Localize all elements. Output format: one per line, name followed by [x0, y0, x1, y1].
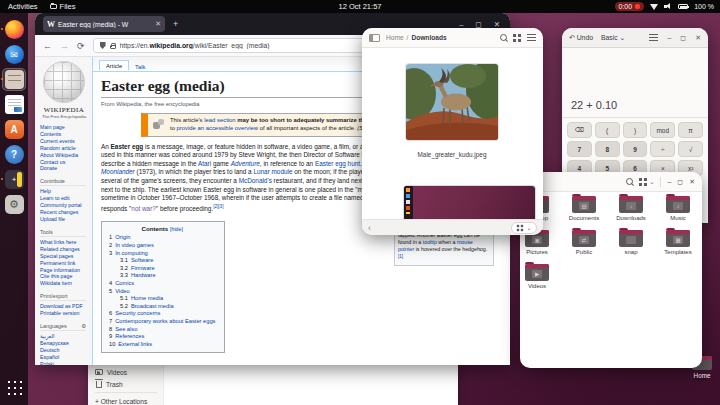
- toc-item[interactable]: 3.3Hardware: [109, 272, 215, 280]
- calc-key-√[interactable]: √: [678, 141, 703, 157]
- sidebar-item-trash[interactable]: Trash: [95, 378, 163, 390]
- sidebar-link[interactable]: Recent changes: [40, 209, 90, 216]
- sidebar-item-other-locations[interactable]: + Other Locations: [95, 395, 163, 405]
- minimize-icon[interactable]: –: [667, 178, 671, 185]
- sidebar-link[interactable]: Donate: [40, 165, 90, 172]
- browser-tab[interactable]: W Easter egg (media) - W ✕: [43, 16, 165, 32]
- calc-key-9[interactable]: 9: [623, 141, 648, 157]
- breadcrumb-home[interactable]: Home: [386, 34, 404, 41]
- calculator-display[interactable]: 22 + 0.10: [562, 48, 708, 118]
- sidebar-link[interactable]: Main page: [40, 124, 90, 131]
- sidebar-link[interactable]: Current events: [40, 138, 90, 145]
- toc-item[interactable]: 5.1Home media: [109, 295, 215, 303]
- wiki-link[interactable]: not war?: [131, 205, 156, 212]
- tab-article[interactable]: Article: [99, 60, 129, 71]
- menu-icon[interactable]: [527, 34, 536, 41]
- maximize-icon[interactable]: ◻: [680, 34, 686, 42]
- sidebar-link[interactable]: Contact us: [40, 159, 90, 166]
- activities-button[interactable]: Activities: [8, 2, 38, 11]
- toc-item[interactable]: 1Origin: [109, 234, 215, 242]
- clock[interactable]: 12 Oct 21:57: [339, 0, 382, 13]
- sidebar-link[interactable]: Contents: [40, 131, 90, 138]
- calc-key-7[interactable]: 7: [567, 141, 592, 157]
- toc-item[interactable]: 3In computing: [109, 250, 215, 258]
- sidebar-link[interactable]: العربية: [40, 333, 90, 340]
- calc-key-mod[interactable]: mod: [650, 122, 675, 138]
- calc-key-⌫[interactable]: ⌫: [567, 122, 592, 138]
- sidebar-link[interactable]: Cite this page: [40, 273, 90, 280]
- wifi-icon[interactable]: [650, 4, 658, 10]
- folder-public[interactable]: ⇄ Public: [562, 230, 606, 255]
- folder-snap[interactable]: snap: [609, 230, 653, 255]
- languages-gear-icon[interactable]: ⚙: [81, 323, 86, 329]
- sidebar-link[interactable]: Español: [40, 354, 90, 361]
- toc-item[interactable]: 9References: [109, 333, 215, 341]
- toc-item[interactable]: 5.2Broadcast media: [109, 303, 215, 311]
- battery-icon[interactable]: [678, 4, 688, 9]
- sidebar-toggle-icon[interactable]: [369, 34, 380, 42]
- file-item-screenshot[interactable]: [404, 186, 535, 220]
- sidebar-link[interactable]: Беларуская: [40, 340, 90, 347]
- calc-key-([interactable]: (: [595, 122, 620, 138]
- calc-key-÷[interactable]: ÷: [650, 141, 675, 157]
- dock-item-libreoffice-writer[interactable]: [0, 92, 28, 117]
- folder-downloads[interactable]: ↓ Downloads: [609, 196, 653, 221]
- search-icon[interactable]: [500, 34, 507, 41]
- forward-icon[interactable]: →: [60, 41, 69, 51]
- back-icon[interactable]: ←: [43, 41, 52, 51]
- sidebar-link[interactable]: Special pages: [40, 253, 90, 260]
- sidebar-link[interactable]: Community portal: [40, 202, 90, 209]
- dock-item-help[interactable]: ?: [0, 142, 28, 167]
- toc-item[interactable]: 4Comics: [109, 280, 215, 288]
- close-icon[interactable]: ✕: [689, 178, 695, 186]
- folder-templates[interactable]: ▦ Templates: [656, 230, 700, 255]
- undo-button[interactable]: ↶ Undo: [569, 34, 593, 42]
- sidebar-link[interactable]: Permanent link: [40, 260, 90, 267]
- volume-icon[interactable]: [664, 3, 672, 10]
- reload-icon[interactable]: ⟳: [77, 41, 85, 51]
- wiki-link[interactable]: Lunar module: [253, 168, 292, 175]
- screen-recording-indicator[interactable]: 0:00: [615, 2, 645, 11]
- calc-key-8[interactable]: 8: [595, 141, 620, 157]
- dock-item-files[interactable]: [0, 67, 28, 92]
- dock-item-ubuntu-software[interactable]: A: [0, 117, 28, 142]
- wiki-link[interactable]: [2][3]: [213, 204, 223, 209]
- breadcrumb[interactable]: Home / Downloads: [386, 34, 447, 41]
- sidebar-link[interactable]: About Wikipedia: [40, 152, 90, 159]
- toc-item[interactable]: 6Security concerns: [109, 310, 215, 318]
- dock-item-thunderbird[interactable]: ✉: [0, 42, 28, 67]
- toc-hide-link[interactable]: [hide]: [170, 226, 183, 232]
- mode-dropdown[interactable]: Basic ⌄: [601, 34, 625, 42]
- wiki-link[interactable]: [1]: [398, 254, 403, 259]
- sidebar-link[interactable]: Related changes: [40, 246, 90, 253]
- toc-item[interactable]: 10External links: [109, 341, 215, 349]
- folder-music[interactable]: ♪ Music: [656, 196, 700, 221]
- app-menu[interactable]: Files: [50, 2, 76, 11]
- folder-videos[interactable]: ▶ Videos: [520, 264, 559, 289]
- tracking-shield-icon[interactable]: [100, 42, 106, 49]
- view-switcher[interactable]: ⌄: [511, 222, 537, 234]
- padlock-icon[interactable]: [110, 45, 116, 50]
- sidebar-link[interactable]: Deutsch: [40, 347, 90, 354]
- menu-icon[interactable]: [649, 34, 658, 41]
- sidebar-link[interactable]: Help: [40, 188, 90, 195]
- wiki-link[interactable]: Easter egg hunt: [315, 160, 360, 167]
- sidebar-link[interactable]: Random article: [40, 145, 90, 152]
- dock-item-firefox[interactable]: [0, 17, 28, 42]
- calc-key-π[interactable]: π: [678, 122, 703, 138]
- minimize-icon[interactable]: –: [667, 34, 671, 41]
- new-tab-button[interactable]: +: [173, 19, 178, 29]
- wiki-link[interactable]: provide an accessible overview: [177, 125, 259, 131]
- wiki-link[interactable]: tooltip: [423, 239, 437, 245]
- folder-documents[interactable]: ▤ Documents: [562, 196, 606, 221]
- file-item-kudu[interactable]: Male_greater_kudu.jpeg: [406, 64, 498, 158]
- breadcrumb-current[interactable]: Downloads: [411, 34, 446, 41]
- sidebar-link[interactable]: Learn to edit: [40, 195, 90, 202]
- calc-key-)[interactable]: ): [623, 122, 648, 138]
- sidebar-item-videos[interactable]: Videos: [95, 366, 163, 378]
- sidebar-link[interactable]: Polski: [40, 361, 90, 365]
- wikipedia-logo[interactable]: [43, 61, 85, 103]
- close-icon[interactable]: ✕: [695, 34, 701, 42]
- back-chevron-icon[interactable]: ‹: [368, 223, 371, 233]
- toc-item[interactable]: 3.2Firmware: [109, 265, 215, 273]
